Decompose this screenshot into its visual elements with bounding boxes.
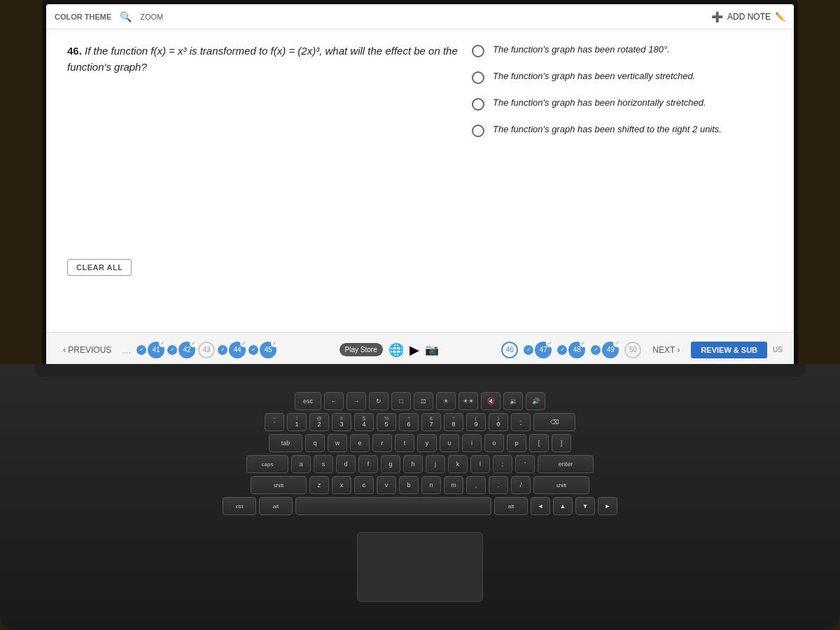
key-8[interactable]: *8 xyxy=(444,413,463,431)
key-semicolon[interactable]: ; xyxy=(493,455,512,473)
alt-right-key[interactable]: alt xyxy=(494,497,528,515)
radio-d[interactable] xyxy=(472,125,484,137)
key-comma[interactable]: , xyxy=(466,476,486,494)
shift-left-key[interactable]: shift xyxy=(251,476,307,494)
key-5[interactable]: %5 xyxy=(377,413,396,431)
space-key[interactable] xyxy=(295,497,491,515)
key-e[interactable]: e xyxy=(350,434,370,452)
answer-option-c[interactable]: The function's graph has been horizontal… xyxy=(472,97,773,111)
key-6[interactable]: ^6 xyxy=(399,413,419,431)
key-h[interactable]: h xyxy=(403,455,423,473)
esc-key[interactable]: esc xyxy=(295,392,321,410)
touchpad[interactable] xyxy=(357,532,483,602)
backspace-key[interactable]: ⌫ xyxy=(533,413,575,431)
add-note-button[interactable]: ➕ ADD NOTE ✏️ xyxy=(711,11,785,22)
tab-key[interactable]: tab xyxy=(269,434,302,452)
nav-num-50[interactable]: 50 xyxy=(624,342,641,358)
arrow-down-key[interactable]: ▼ xyxy=(575,497,595,515)
radio-c[interactable] xyxy=(472,98,484,111)
answer-option-b[interactable]: The function's graph has been vertically… xyxy=(472,70,773,84)
next-button[interactable]: NEXT › xyxy=(647,342,685,358)
key-q[interactable]: q xyxy=(305,434,325,452)
nav-num-44[interactable]: 44 xyxy=(229,342,246,358)
enter-key[interactable]: enter xyxy=(538,455,594,473)
key-0[interactable]: )0 xyxy=(489,413,508,431)
camera-icon[interactable]: 📷 xyxy=(425,343,439,356)
alt-key[interactable]: alt xyxy=(259,497,293,515)
key-s[interactable]: s xyxy=(314,455,333,473)
ctrl-key[interactable]: ctrl xyxy=(223,497,256,515)
arrow-up-key[interactable]: ▲ xyxy=(553,497,573,515)
nav-num-46[interactable]: 46 xyxy=(501,342,518,358)
play-icon[interactable]: ▶ xyxy=(410,342,419,358)
nav-num-42[interactable]: 42 xyxy=(178,342,195,358)
key-t[interactable]: t xyxy=(395,434,414,452)
tilde-key[interactable]: ~` xyxy=(265,413,284,431)
key-n[interactable]: n xyxy=(421,476,441,494)
key-w[interactable]: w xyxy=(328,434,347,452)
vol-down-key[interactable]: 🔉 xyxy=(503,392,523,410)
caps-key[interactable]: caps xyxy=(246,455,288,473)
mute-key[interactable]: 🔇 xyxy=(481,392,500,410)
key-g[interactable]: g xyxy=(381,455,400,473)
key-4[interactable]: $4 xyxy=(354,413,374,431)
key-k[interactable]: k xyxy=(448,455,468,473)
key-quote[interactable]: ' xyxy=(515,455,535,473)
nav-num-45[interactable]: 45 xyxy=(260,342,276,358)
key-x[interactable]: x xyxy=(332,476,351,494)
key-2[interactable]: @2 xyxy=(309,413,329,431)
answer-option-a[interactable]: The function's graph has been rotated 18… xyxy=(472,43,773,57)
key-r[interactable]: r xyxy=(372,434,392,452)
key-d[interactable]: d xyxy=(336,455,356,473)
key-o[interactable]: o xyxy=(484,434,504,452)
nav-num-48[interactable]: 48 xyxy=(568,342,585,358)
multitask-key[interactable]: ⊡ xyxy=(414,392,433,410)
key-z[interactable]: z xyxy=(309,476,329,494)
radio-b[interactable] xyxy=(472,71,484,84)
shift-right-key[interactable]: shift xyxy=(533,476,589,494)
key-b[interactable]: b xyxy=(399,476,419,494)
key-9[interactable]: (9 xyxy=(466,413,486,431)
key-l[interactable]: l xyxy=(470,455,490,473)
question-text: 46. If the function f(x) = x³ is transfo… xyxy=(67,43,501,75)
chrome-icon[interactable]: 🌐 xyxy=(388,342,404,358)
key-slash[interactable]: / xyxy=(511,476,531,494)
back-key[interactable]: ← xyxy=(324,392,344,410)
key-v[interactable]: v xyxy=(377,476,396,494)
review-submit-button[interactable]: REVIEW & SUB xyxy=(691,342,767,358)
arrow-right-key[interactable]: ► xyxy=(598,497,617,515)
vol-up-key[interactable]: 🔊 xyxy=(526,392,545,410)
clear-all-button[interactable]: CLEAR ALL xyxy=(67,259,132,276)
bright-up-key[interactable]: ☀☀ xyxy=(458,392,478,410)
key-c[interactable]: c xyxy=(354,476,374,494)
arrow-left-key[interactable]: ◄ xyxy=(531,497,550,515)
key-bracket-close[interactable]: ] xyxy=(552,434,571,452)
play-store-button[interactable]: Play Store xyxy=(340,343,383,356)
answer-option-d[interactable]: The function's graph has been shifted to… xyxy=(472,123,773,137)
forward-key[interactable]: → xyxy=(346,392,366,410)
previous-button[interactable]: ‹ PREVIOUS xyxy=(57,342,117,358)
key-minus[interactable]: _- xyxy=(511,413,531,431)
key-i[interactable]: i xyxy=(462,434,482,452)
key-f[interactable]: f xyxy=(358,455,378,473)
refresh-key[interactable]: ↻ xyxy=(369,392,388,410)
search-icon[interactable]: 🔍 xyxy=(120,11,132,22)
bright-down-key[interactable]: ☀ xyxy=(436,392,456,410)
key-j[interactable]: j xyxy=(426,455,445,473)
nav-num-47[interactable]: 47 xyxy=(535,342,552,358)
key-p[interactable]: p xyxy=(507,434,526,452)
nav-num-41[interactable]: 41 xyxy=(148,342,164,358)
key-a[interactable]: a xyxy=(291,455,311,473)
key-3[interactable]: #3 xyxy=(332,413,351,431)
radio-a[interactable] xyxy=(472,45,484,57)
key-y[interactable]: y xyxy=(417,434,437,452)
key-m[interactable]: m xyxy=(444,476,463,494)
nav-num-43[interactable]: 43 xyxy=(198,342,215,358)
key-period[interactable]: . xyxy=(489,476,508,494)
fullscreen-key[interactable]: □ xyxy=(391,392,411,410)
key-bracket-open[interactable]: [ xyxy=(529,434,549,452)
key-1[interactable]: !1 xyxy=(287,413,307,431)
key-u[interactable]: u xyxy=(440,434,459,452)
nav-num-49[interactable]: 49 xyxy=(602,342,619,358)
key-7[interactable]: &7 xyxy=(421,413,441,431)
